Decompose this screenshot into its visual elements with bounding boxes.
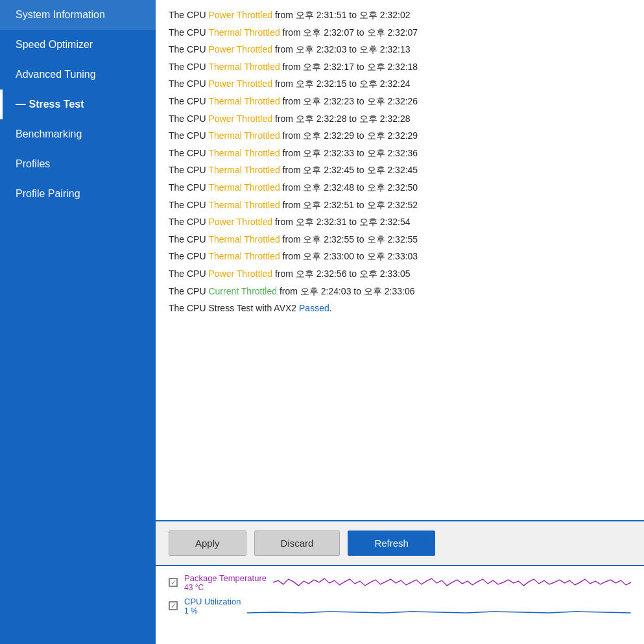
sidebar-item-system-information[interactable]: System Information: [0, 0, 156, 30]
log-entry: The CPU Stress Test with AVX2 Passed.: [169, 300, 631, 317]
log-area: The CPU Power Throttled from 오후 2:31:51 …: [156, 0, 644, 521]
sidebar-item-speed-optimizer[interactable]: Speed Optimizer: [0, 30, 156, 60]
series2-checkbox[interactable]: ✓: [169, 601, 178, 610]
log-entry: The CPU Current Throttled from 오후 2:24:0…: [169, 283, 631, 300]
log-entry: The CPU Thermal Throttled from 오후 2:32:1…: [169, 58, 631, 76]
button-bar: Apply Discard Refresh: [156, 521, 644, 566]
chart-area: ✓ Package Temperature 43 °C ✓ CPU Utiliz…: [156, 566, 644, 644]
log-entry: The CPU Thermal Throttled from 오후 2:32:2…: [169, 93, 631, 110]
series2-legend: CPU Utilization 1 %: [184, 597, 241, 615]
discard-button[interactable]: Discard: [254, 531, 340, 556]
log-entry: The CPU Thermal Throttled from 오후 2:32:4…: [169, 179, 631, 197]
series1-checkbox[interactable]: ✓: [169, 578, 178, 587]
log-entry: The CPU Power Throttled from 오후 2:32:31 …: [169, 213, 631, 231]
sidebar-item-stress-test[interactable]: — Stress Test: [0, 89, 156, 119]
log-entry: The CPU Power Throttled from 오후 2:32:15 …: [169, 75, 631, 93]
sidebar-item-advanced-tuning[interactable]: Advanced Tuning: [0, 60, 156, 89]
log-entry: The CPU Power Throttled from 오후 2:32:56 …: [169, 265, 631, 283]
series1-label: Package Temperature: [184, 573, 267, 583]
series1-legend: Package Temperature 43 °C: [184, 573, 267, 592]
series2-chart: [247, 596, 631, 615]
series1-value: 43 °C: [184, 583, 267, 592]
log-entry: The CPU Thermal Throttled from 오후 2:32:4…: [169, 161, 631, 179]
sidebar-item-benchmarking[interactable]: Benchmarking: [0, 119, 156, 149]
log-entry: The CPU Thermal Throttled from 오후 2:32:3…: [169, 145, 631, 162]
refresh-button[interactable]: Refresh: [348, 531, 435, 556]
log-entry: The CPU Power Throttled from 오후 2:32:03 …: [169, 41, 631, 58]
chart-row-1: ✓ Package Temperature 43 °C: [169, 573, 631, 592]
sidebar: System InformationSpeed OptimizerAdvance…: [0, 0, 156, 644]
log-entry: The CPU Thermal Throttled from 오후 2:32:5…: [169, 197, 631, 214]
log-entry: The CPU Thermal Throttled from 오후 2:32:0…: [169, 24, 631, 42]
series2-label: CPU Utilization: [184, 597, 241, 606]
series2-value: 1 %: [184, 606, 241, 615]
log-entry: The CPU Thermal Throttled from 오후 2:33:0…: [169, 248, 631, 265]
log-entry: The CPU Thermal Throttled from 오후 2:32:5…: [169, 231, 631, 248]
series1-chart: [273, 573, 631, 592]
log-entry: The CPU Thermal Throttled from 오후 2:32:2…: [169, 127, 631, 145]
log-entry: The CPU Power Throttled from 오후 2:31:51 …: [169, 6, 631, 24]
log-entry: The CPU Power Throttled from 오후 2:32:28 …: [169, 110, 631, 128]
apply-button[interactable]: Apply: [169, 531, 246, 556]
sidebar-item-profile-pairing[interactable]: Profile Pairing: [0, 179, 156, 209]
chart-row-2: ✓ CPU Utilization 1 %: [169, 596, 631, 615]
main-content: The CPU Power Throttled from 오후 2:31:51 …: [156, 0, 644, 644]
sidebar-item-profiles[interactable]: Profiles: [0, 149, 156, 179]
